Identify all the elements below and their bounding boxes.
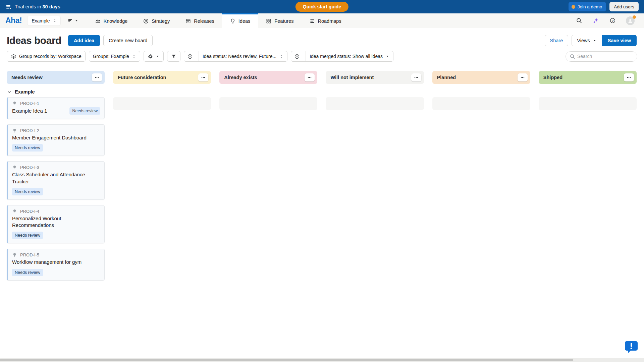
idea-card[interactable]: PROD-I-3 Class Scheduler and Attendance … — [7, 161, 105, 200]
ellipsis-icon — [94, 75, 100, 80]
remove-filter-icon[interactable] — [184, 51, 196, 61]
group-row-example[interactable]: Example — [7, 89, 107, 95]
views-dropdown-button[interactable]: Views — [572, 35, 602, 46]
column-menu-button[interactable] — [198, 73, 208, 81]
idea-card[interactable]: PROD-I-4 Personalized Workout Recommenda… — [7, 205, 105, 244]
idea-reference: PROD-I-5 — [20, 252, 39, 257]
column-title: Planned — [437, 75, 456, 80]
ellipsis-icon — [307, 75, 312, 80]
idea-title: Member Engagement Dashboard — [12, 134, 87, 141]
column-menu-button[interactable] — [518, 73, 528, 81]
target-icon — [143, 18, 149, 24]
ellipsis-icon — [520, 75, 525, 80]
user-avatar[interactable] — [626, 16, 635, 25]
empty-column-placeholder — [326, 97, 424, 110]
aha-logo[interactable]: Aha! — [5, 16, 22, 25]
demo-dot-icon — [572, 5, 575, 9]
idea-title: Example Idea 1 — [12, 108, 47, 114]
horizontal-scrollbar-thumb[interactable] — [0, 359, 573, 361]
column-title: Future consideration — [118, 75, 166, 80]
caret-down-icon — [74, 19, 78, 23]
empty-column-placeholder — [539, 97, 637, 110]
idea-reference: PROD-I-2 — [20, 128, 39, 133]
idea-card[interactable]: PROD-I-2 Member Engagement Dashboard Nee… — [7, 124, 105, 156]
board-settings-chip[interactable] — [144, 51, 164, 62]
chevron-down-icon — [7, 89, 12, 95]
add-users-button[interactable]: Add users — [609, 2, 639, 11]
crown-icon — [95, 18, 101, 24]
column-title: Shipped — [543, 75, 562, 80]
tab-releases[interactable]: Releases — [177, 13, 222, 28]
lightbulb-icon — [12, 252, 17, 257]
lightbulb-icon — [12, 128, 17, 133]
empty-column-placeholder — [432, 97, 530, 110]
groups-chip[interactable]: Groups: Example — [89, 51, 140, 62]
idea-status-filter-chip[interactable]: Idea status: Needs review, Future... — [184, 51, 287, 62]
column-header-shipped: Shipped — [539, 71, 637, 84]
ideas-board: Needs review Future consideration Alread… — [0, 71, 644, 281]
tab-knowledge[interactable]: Knowledge — [87, 13, 136, 28]
idea-card[interactable]: PROD-I-1 Example Idea 1 Needs review — [7, 97, 105, 119]
roadmap-icon — [309, 18, 315, 24]
search-icon[interactable] — [576, 17, 582, 24]
add-idea-button[interactable]: Add idea — [68, 35, 100, 46]
save-view-button[interactable]: Save view — [602, 35, 637, 46]
tab-roadmaps[interactable]: Roadmaps — [302, 13, 349, 28]
horizontal-scrollbar-track[interactable] — [0, 358, 644, 362]
column-headers: Needs review Future consideration Alread… — [7, 71, 637, 84]
join-demo-button[interactable]: Join a demo — [569, 2, 606, 11]
column-menu-button[interactable] — [624, 73, 634, 81]
idea-title: Class Scheduler and Attendance Tracker — [12, 171, 100, 185]
sort-arrows-icon — [279, 54, 283, 59]
views-menu-button[interactable] — [67, 18, 78, 23]
column-menu-button[interactable] — [305, 73, 315, 81]
group-divider — [38, 92, 107, 92]
filter-chip[interactable] — [167, 51, 180, 62]
page-title: Ideas board — [7, 35, 61, 46]
quick-start-guide-button[interactable]: Quick start guide — [296, 2, 348, 12]
create-new-board-button[interactable]: Create new board — [103, 35, 153, 46]
idea-card[interactable]: PROD-I-5 Workflow management for gym Nee… — [7, 249, 105, 280]
tab-strategy[interactable]: Strategy — [135, 13, 177, 28]
card-stack-needs-review: PROD-I-1 Example Idea 1 Needs review PRO… — [7, 97, 105, 281]
remove-filter-icon[interactable] — [291, 51, 303, 61]
layers-icon — [11, 54, 16, 59]
main-navbar: Aha! Example Knowledge Strategy Releases… — [0, 13, 644, 28]
nav-tabs: Knowledge Strategy Releases Ideas Featur… — [87, 13, 349, 28]
empty-column-placeholder — [113, 97, 211, 110]
column-menu-button[interactable] — [92, 73, 102, 81]
column-title: Will not implement — [330, 75, 374, 80]
lightbulb-icon — [12, 209, 17, 214]
caret-down-icon — [385, 54, 389, 58]
feedback-widget-button[interactable] — [624, 339, 639, 355]
person-icon — [627, 18, 633, 24]
column-header-future-consideration: Future consideration — [113, 71, 211, 84]
column-menu-button[interactable] — [411, 73, 421, 81]
search-icon — [570, 54, 575, 59]
workspace-selector[interactable]: Example — [27, 16, 60, 26]
caret-down-icon — [593, 39, 597, 43]
gear-icon — [148, 54, 153, 59]
column-header-needs-review: Needs review — [7, 71, 105, 84]
idea-title: Workflow management for gym — [12, 259, 82, 265]
idea-title: Personalized Workout Recommendations — [12, 215, 100, 229]
share-button[interactable]: Share — [545, 35, 569, 46]
empty-column-placeholder — [219, 97, 317, 110]
board-search-input[interactable] — [566, 51, 637, 62]
tab-features[interactable]: Features — [258, 13, 301, 28]
idea-merged-status-filter-chip[interactable]: Idea merged status: Show all ideas — [291, 51, 393, 62]
grid-icon — [266, 18, 272, 24]
column-title: Already exists — [224, 75, 257, 80]
column-title: Needs review — [11, 75, 43, 80]
group-records-chip[interactable]: Group records by: Workspace — [7, 51, 86, 62]
help-icon[interactable] — [609, 17, 616, 24]
idea-reference: PROD-I-1 — [20, 101, 39, 106]
list-icon — [67, 18, 73, 23]
notification-dot — [633, 15, 636, 19]
status-badge: Needs review — [12, 269, 43, 276]
tab-ideas[interactable]: Ideas — [222, 13, 258, 28]
sparkle-ai-icon[interactable] — [592, 17, 599, 24]
status-badge: Needs review — [12, 232, 43, 239]
ellipsis-icon — [201, 75, 206, 80]
group-label: Example — [15, 89, 35, 95]
